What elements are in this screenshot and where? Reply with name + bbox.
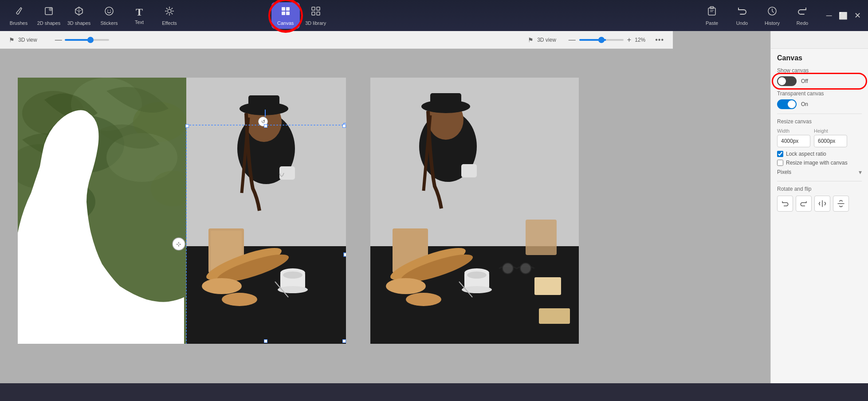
- toolbar-center: Canvas 3D library: [271, 2, 330, 29]
- svg-point-1: [49, 8, 52, 11]
- svg-point-80: [503, 263, 513, 274]
- brushes-icon: [13, 6, 24, 19]
- tool-redo[interactable]: Redo: [788, 2, 817, 29]
- svg-point-54: [222, 293, 257, 306]
- 3dlibrary-icon: [310, 6, 321, 19]
- svg-rect-18: [312, 7, 315, 10]
- svg-point-75: [467, 271, 487, 279]
- tool-3dshapes[interactable]: 3D shapes: [65, 2, 93, 29]
- undo-label: Undo: [736, 20, 748, 26]
- svg-point-51: [283, 271, 302, 279]
- toggle-thumb-transparent: [788, 100, 796, 108]
- zoom-minus-icon-right[interactable]: —: [569, 36, 576, 44]
- svg-rect-20: [312, 12, 315, 15]
- svg-point-5: [168, 9, 171, 13]
- handle-top-mid[interactable]: [264, 124, 267, 128]
- svg-line-13: [166, 13, 168, 14]
- tool-2dshapes[interactable]: 2D shapes: [35, 2, 63, 29]
- toolbar-left-tools: Brushes 2D shapes 3D shapes: [4, 2, 271, 29]
- resize-image-checkbox[interactable]: [777, 160, 783, 166]
- flip-vertical-button[interactable]: [833, 196, 849, 212]
- rotate-ccw-button[interactable]: [777, 196, 793, 212]
- effects-icon: [164, 6, 175, 19]
- zoom-slider-left[interactable]: [65, 39, 109, 41]
- svg-rect-21: [317, 12, 320, 15]
- brushes-label: Brushes: [10, 20, 27, 26]
- stickers-icon: [104, 6, 114, 19]
- height-input[interactable]: [814, 135, 847, 147]
- tool-paste[interactable]: Paste: [698, 2, 726, 29]
- paste-icon: [707, 6, 717, 19]
- left-photo-panel: ⊹ ↺: [18, 78, 346, 344]
- svg-rect-17: [286, 12, 290, 15]
- zoom-pct-right: 12%: [635, 37, 652, 43]
- tool-effects[interactable]: Effects: [155, 2, 184, 29]
- svg-rect-16: [282, 12, 285, 15]
- show-canvas-toggle-row: Off: [777, 76, 862, 86]
- show-canvas-toggle[interactable]: [777, 76, 797, 86]
- tool-3dlibrary[interactable]: 3D library: [302, 2, 330, 29]
- handle-bottom-right[interactable]: [342, 339, 346, 343]
- main-toolbar: Brushes 2D shapes 3D shapes: [0, 0, 868, 31]
- width-input[interactable]: [777, 135, 810, 147]
- 3dshapes-icon: [74, 6, 84, 19]
- svg-point-78: [406, 293, 441, 306]
- svg-point-77: [386, 278, 426, 294]
- minimize-button[interactable]: ─: [823, 9, 835, 22]
- tool-canvas[interactable]: Canvas: [271, 2, 300, 29]
- svg-point-4: [110, 10, 111, 11]
- tool-history[interactable]: History: [758, 2, 786, 29]
- zoom-slider-right[interactable]: [579, 39, 624, 41]
- tool-undo[interactable]: Undo: [728, 2, 756, 29]
- canvas-area: ⚑ 3D view — ⚑ 3D view — + 12% •••: [0, 31, 770, 383]
- flip-horizontal-button[interactable]: [814, 196, 830, 212]
- svg-point-3: [107, 10, 108, 11]
- show-canvas-section: Show canvas Off: [777, 67, 862, 86]
- zoom-minus-icon-left[interactable]: —: [55, 36, 62, 44]
- 3dshapes-label: 3D shapes: [67, 20, 91, 26]
- handle-top-left[interactable]: [185, 124, 189, 128]
- rotate-cw-button[interactable]: [796, 196, 812, 212]
- right-panel: Canvas Show canvas Off Transparent canva…: [770, 31, 868, 383]
- handle-bottom-mid[interactable]: [264, 339, 267, 343]
- lock-aspect-checkbox[interactable]: [777, 151, 783, 157]
- 2dshapes-label: 2D shapes: [37, 20, 61, 26]
- rotate-flip-buttons: [777, 196, 862, 212]
- resize-image-row: Resize image with canvas: [777, 160, 862, 166]
- svg-rect-67: [430, 93, 461, 111]
- svg-point-53: [202, 278, 242, 294]
- redo-icon: [797, 6, 808, 19]
- right-photo-panel: [370, 78, 579, 344]
- 3dview-flag-icon-right: ⚑: [528, 36, 534, 43]
- svg-rect-60: [344, 253, 346, 256]
- svg-rect-14: [282, 7, 285, 11]
- paste-label: Paste: [706, 20, 718, 26]
- svg-rect-84: [539, 308, 570, 324]
- more-options-icon[interactable]: •••: [655, 36, 664, 44]
- panel-divider-2: [777, 181, 862, 181]
- dimension-row: Width Height: [777, 128, 862, 147]
- svg-point-2: [105, 7, 113, 15]
- unit-chevron-icon[interactable]: ▾: [859, 169, 862, 176]
- width-group: Width: [777, 128, 810, 147]
- handle-top-right[interactable]: [342, 124, 346, 128]
- toggle-thumb-show-canvas: [778, 77, 786, 85]
- tool-stickers[interactable]: Stickers: [95, 2, 123, 29]
- undo-icon: [737, 6, 747, 19]
- tool-brushes[interactable]: Brushes: [4, 2, 33, 29]
- zoom-plus-icon-right[interactable]: +: [627, 36, 631, 44]
- 3dlibrary-label: 3D library: [305, 20, 326, 26]
- close-button[interactable]: ✕: [851, 9, 864, 22]
- subbar-left: ⚑ 3D view — ⚑ 3D view — + 12% •••: [0, 31, 673, 49]
- subbar-left-3dview-label: 3D view: [18, 37, 37, 43]
- canvas-label: Canvas: [277, 20, 294, 26]
- subbar-panel: [771, 31, 868, 49]
- height-label: Height: [814, 128, 847, 134]
- rotate-flip-label: Rotate and flip: [777, 186, 862, 192]
- unit-label: Pixels: [777, 169, 791, 175]
- tool-text[interactable]: T Text: [125, 2, 153, 29]
- transparent-canvas-toggle[interactable]: [777, 99, 797, 109]
- history-label: History: [765, 20, 780, 26]
- subbar-left-zoom: —: [55, 36, 112, 44]
- maximize-button[interactable]: ⬜: [837, 9, 849, 22]
